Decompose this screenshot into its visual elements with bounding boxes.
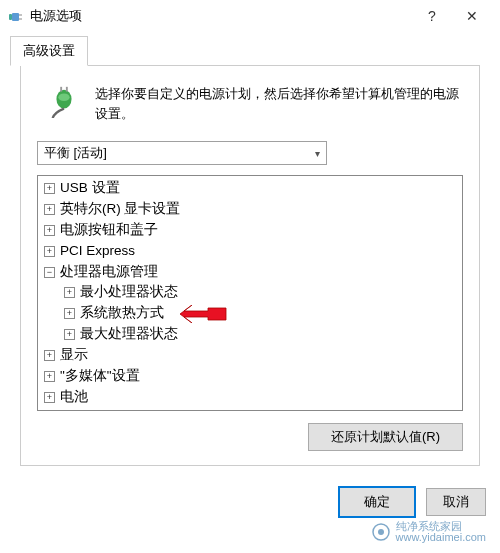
dropdown-selected-label: 平衡 [活动] [44,144,107,162]
help-button[interactable]: ? [412,2,452,30]
svg-rect-5 [66,87,68,92]
tree-item-label: 最小处理器状态 [80,283,178,302]
expand-icon[interactable]: + [44,204,55,215]
red-arrow-annotation-icon [180,305,228,323]
tree-item[interactable]: −处理器电源管理 [38,262,462,283]
tree-item[interactable]: +系统散热方式 [38,303,462,324]
expand-icon[interactable]: + [44,183,55,194]
tree-item[interactable]: +显示 [38,345,462,366]
dialog-buttons: 确定 取消 [0,476,500,530]
tree-item-label: PCI Express [60,242,135,261]
svg-point-3 [58,93,69,101]
titlebar: 电源选项 ? ✕ [0,0,500,32]
tree-item[interactable]: +PCI Express [38,241,462,262]
tree-item-label: USB 设置 [60,179,120,198]
expand-icon[interactable]: + [44,246,55,257]
close-button[interactable]: ✕ [452,2,492,30]
tree-item-label: 电源按钮和盖子 [60,221,158,240]
expand-icon[interactable]: + [44,392,55,403]
svg-rect-0 [9,14,12,20]
tree-item[interactable]: +英特尔(R) 显卡设置 [38,199,462,220]
expand-icon[interactable]: + [44,225,55,236]
tree-item[interactable]: +电源按钮和盖子 [38,220,462,241]
expand-icon[interactable]: + [44,350,55,361]
tree-item[interactable]: +最小处理器状态 [38,282,462,303]
tree-item[interactable]: +电池 [38,387,462,408]
tab-advanced-settings[interactable]: 高级设置 [10,36,88,66]
collapse-icon[interactable]: − [44,267,55,278]
settings-tree[interactable]: +USB 设置+英特尔(R) 显卡设置+电源按钮和盖子+PCI Express−… [37,175,463,411]
svg-rect-4 [60,87,62,92]
svg-rect-1 [12,13,19,21]
tab-panel: 选择你要自定义的电源计划，然后选择你希望计算机管理的电源设置。 平衡 [活动] … [20,65,480,466]
tree-item-label: 系统散热方式 [80,304,164,323]
power-plug-icon [47,84,81,118]
power-plan-dropdown[interactable]: 平衡 [活动] ▾ [37,141,327,165]
tree-item-label: 处理器电源管理 [60,263,158,282]
tree-item-label: 最大处理器状态 [80,325,178,344]
expand-icon[interactable]: + [64,308,75,319]
tree-item[interactable]: +最大处理器状态 [38,324,462,345]
watermark-line2: www.yidaimei.com [396,532,486,543]
expand-icon[interactable]: + [44,371,55,382]
cancel-button[interactable]: 取消 [426,488,486,516]
tree-item[interactable]: +"多媒体"设置 [38,366,462,387]
tree-item-label: 电池 [60,388,88,407]
window-title: 电源选项 [30,7,412,25]
tree-item-label: "多媒体"设置 [60,367,140,386]
tree-item[interactable]: +USB 设置 [38,178,462,199]
chevron-down-icon: ▾ [315,148,320,159]
tree-item-label: 英特尔(R) 显卡设置 [60,200,181,219]
tree-item-label: 显示 [60,346,88,365]
expand-icon[interactable]: + [64,329,75,340]
description-text: 选择你要自定义的电源计划，然后选择你希望计算机管理的电源设置。 [95,84,463,123]
ok-button[interactable]: 确定 [338,486,416,518]
restore-defaults-button[interactable]: 还原计划默认值(R) [308,423,463,451]
expand-icon[interactable]: + [64,287,75,298]
power-options-icon [8,8,24,24]
